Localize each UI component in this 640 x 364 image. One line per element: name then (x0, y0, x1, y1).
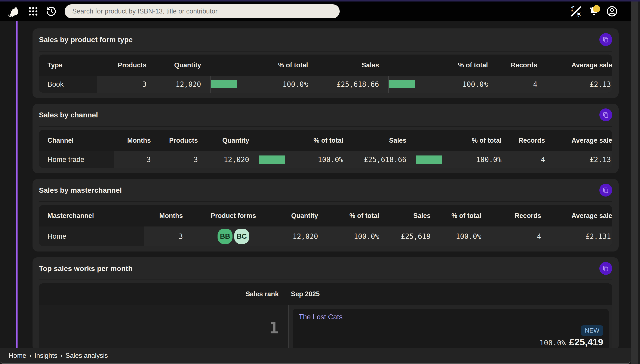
col-sales-rank: Sales rank (39, 290, 288, 298)
cell-months: 3 (114, 151, 151, 168)
table-header-row: Channel Months Products Quantity % of to… (39, 130, 612, 151)
breadcrumb-home[interactable]: Home (8, 352, 26, 360)
card-title: Sales by channel (39, 111, 98, 119)
cell-sales: £25,618.66 (308, 76, 379, 92)
copy-button[interactable] (599, 108, 612, 121)
work-card[interactable]: The Lost Cats NEW 100.0% £25,419 (292, 308, 609, 348)
card-title: Sales by masterchannel (39, 186, 122, 194)
col-product-forms: Product forms (183, 212, 284, 220)
col-sales: Sales (343, 137, 406, 144)
col-qty-pct: % of total (318, 212, 379, 220)
card-divider (39, 280, 612, 280)
cell-quantity: 12,020 (198, 151, 249, 168)
masterchannel-table: Masterchannel Months Product forms Quant… (39, 205, 612, 246)
col-average-sale: Average sale (541, 212, 612, 220)
cell-sales-pct: 100.0% (430, 226, 481, 246)
quantity-bar (201, 76, 250, 92)
table-header-row: Type Products Quantity % of total Sales … (39, 54, 612, 76)
breadcrumb-separator: › (60, 352, 62, 360)
theme-toggle-icon[interactable]: ☾ ☀ (570, 5, 583, 18)
col-type: Type (39, 62, 97, 69)
scrollbar-thumb[interactable] (631, 2, 638, 364)
col-quantity: Quantity (198, 137, 249, 144)
product-form-badge-bc: BC (234, 228, 249, 244)
cell-sales: £25,619 (379, 226, 430, 246)
product-form-badge-bb: BB (218, 228, 232, 244)
cell-records: 4 (481, 226, 541, 246)
cell-records: 4 (488, 76, 537, 92)
table-row[interactable]: Home 3 BB BC 12,020 100.0% £25,619 100.0… (39, 226, 612, 246)
col-month: Sep 2025 (288, 290, 612, 298)
work-amounts: 100.0% £25,419 (540, 337, 603, 348)
cell-average-sale: £2.131 (541, 226, 612, 246)
card-divider (39, 51, 612, 52)
card-title: Top sales works per month (39, 264, 132, 273)
cell-quantity: 12,020 (146, 76, 201, 92)
sales-bar (406, 151, 456, 168)
work-title-link[interactable]: The Lost Cats (298, 313, 342, 321)
cell-average-sale: £2.13 (545, 151, 612, 168)
cell-sales-pct: 100.0% (428, 76, 488, 92)
cell-sales-rank: 1 (39, 305, 288, 348)
sales-bar (379, 76, 428, 92)
col-average-sale: Average sale (537, 62, 612, 69)
bar-fill (389, 80, 415, 88)
col-records: Records (502, 137, 545, 144)
col-average-sale: Average sale (545, 137, 612, 144)
cat-logo[interactable] (6, 4, 22, 18)
search-input[interactable] (72, 8, 332, 15)
copy-icon (602, 187, 609, 194)
apps-grid-icon[interactable] (26, 5, 40, 18)
table-header-row: Masterchannel Months Product forms Quant… (39, 205, 612, 226)
search-bar (64, 4, 340, 18)
table-row[interactable]: Home trade 3 3 12,020 100.0% £25,618.66 … (39, 151, 612, 168)
window-top-accent-strip (0, 0, 640, 2)
history-icon[interactable] (44, 5, 58, 18)
col-sales-pct: % of total (428, 62, 488, 69)
breadcrumb-insights[interactable]: Insights (34, 352, 57, 360)
notifications-bell-icon[interactable] (588, 5, 601, 18)
col-quantity: Quantity (146, 62, 201, 69)
col-channel: Channel (39, 137, 114, 144)
card-divider (39, 126, 612, 127)
scrollbar-track (630, 2, 640, 364)
channel-table: Channel Months Products Quantity % of to… (39, 130, 612, 168)
topbar: ☾ ☀ (0, 2, 630, 21)
breadcrumb: Home › Insights › Sales analysis (8, 352, 108, 360)
cards-column: Sales by product form type Type Products… (32, 28, 618, 348)
col-qty-pct: % of total (250, 62, 308, 69)
cell-records: 4 (502, 151, 545, 168)
col-records: Records (481, 212, 541, 220)
table-row: 1 The Lost Cats NEW 100.0% £25,419 (39, 305, 612, 348)
cell-product-forms: BB BC (183, 226, 284, 246)
copy-button[interactable] (599, 262, 612, 275)
col-sales-pct: % of total (456, 137, 502, 144)
main-content: Sales by product form type Type Products… (0, 21, 640, 348)
new-badge: NEW (581, 325, 603, 336)
table-row[interactable]: Book 3 12,020 100.0% £25,618.66 100.0% 4… (39, 76, 612, 92)
cell-sales-pct: 100.0% (456, 151, 502, 168)
cell-quantity: 12,020 (284, 226, 318, 246)
copy-button[interactable] (599, 184, 612, 196)
breadcrumb-sales-analysis[interactable]: Sales analysis (66, 352, 108, 360)
quantity-bar (249, 151, 298, 168)
breadcrumb-bar: Home › Insights › Sales analysis (0, 348, 630, 364)
cell-qty-pct: 100.0% (250, 76, 308, 92)
cell-sales: £25,618.66 (343, 151, 406, 168)
cell-qty-pct: 100.0% (318, 226, 379, 246)
cat-icon (7, 5, 21, 18)
cell-masterchannel: Home (39, 226, 144, 246)
cell-products: 3 (151, 151, 198, 168)
cell-channel: Home trade (39, 151, 114, 168)
account-icon[interactable] (605, 5, 618, 18)
copy-button[interactable] (599, 33, 612, 46)
cell-average-sale: £2.13 (537, 76, 612, 92)
copy-icon (602, 36, 609, 43)
col-sales: Sales (308, 62, 379, 69)
col-masterchannel: Masterchannel (39, 212, 144, 220)
cell-qty-pct: 100.0% (298, 151, 343, 168)
topbar-right-icons: ☾ ☀ (565, 5, 618, 18)
card-divider (39, 201, 612, 202)
breadcrumb-separator: › (29, 352, 32, 360)
col-qty-pct: % of total (298, 137, 343, 144)
